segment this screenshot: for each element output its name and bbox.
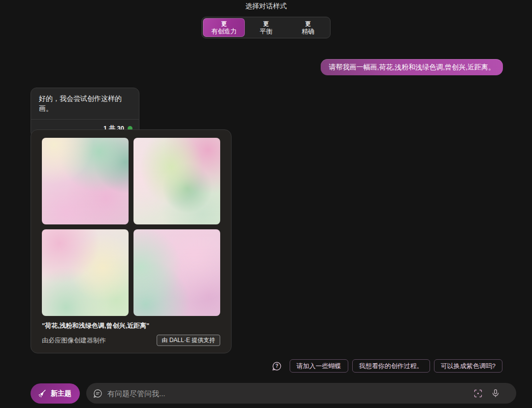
tab-more-balanced[interactable]: 更 平衡 <box>245 18 287 37</box>
svg-text:?: ? <box>275 363 278 369</box>
prompt-caption: "荷花,浅粉和浅绿色调,曾创兴,近距离" <box>42 321 220 330</box>
help-speech-bubble-icon[interactable]: ? <box>271 361 282 372</box>
generated-image-1[interactable] <box>42 138 129 224</box>
creator-credit: 由必应图像创建器制作 <box>42 336 106 345</box>
camera-scan-icon[interactable] <box>473 388 483 399</box>
message-input[interactable] <box>107 389 473 398</box>
suggestion-row: ? 请加入一些蝴蝶 我想看你的创作过程。 可以换成紫色调吗? <box>271 359 502 373</box>
bing-chat-screen: 选择对话样式 更 有创造力 更 平衡 更 精确 请帮我画一幅画,荷花,浅粉和浅绿… <box>0 0 532 408</box>
tab-more-precise[interactable]: 更 精确 <box>287 18 329 37</box>
input-actions <box>473 388 500 399</box>
microphone-icon[interactable] <box>491 388 500 398</box>
tab-more-creative[interactable]: 更 有创造力 <box>203 18 245 37</box>
new-topic-button[interactable]: 新主题 <box>31 383 80 404</box>
image-grid <box>42 138 220 316</box>
suggestion-chip-process[interactable]: 我想看你的创作过程。 <box>352 359 430 373</box>
tone-selector: 更 有创造力 更 平衡 更 精确 <box>201 17 331 38</box>
chat-bubble-icon <box>93 388 103 399</box>
dalle-badge: 由 DALL·E 提供支持 <box>157 335 220 346</box>
generated-image-4[interactable] <box>133 229 220 316</box>
style-picker-title: 选择对话样式 <box>0 2 532 11</box>
generated-image-2[interactable] <box>133 138 220 224</box>
card-footer: 由必应图像创建器制作 由 DALL·E 提供支持 <box>42 335 220 346</box>
chat-input-bar <box>86 383 516 404</box>
suggestion-chip-butterflies[interactable]: 请加入一些蝴蝶 <box>290 359 348 373</box>
new-topic-label: 新主题 <box>51 389 71 398</box>
broom-icon <box>37 389 47 398</box>
suggestion-chip-purple[interactable]: 可以换成紫色调吗? <box>434 359 502 373</box>
user-message-bubble: 请帮我画一幅画,荷花,浅粉和浅绿色调,曾创兴,近距离。 <box>321 59 503 75</box>
generated-images-card: "荷花,浅粉和浅绿色调,曾创兴,近距离" 由必应图像创建器制作 由 DALL·E… <box>31 129 232 353</box>
generated-image-3[interactable] <box>42 229 129 316</box>
bot-message-text: 好的，我会尝试创作这样的画。 <box>31 88 139 119</box>
